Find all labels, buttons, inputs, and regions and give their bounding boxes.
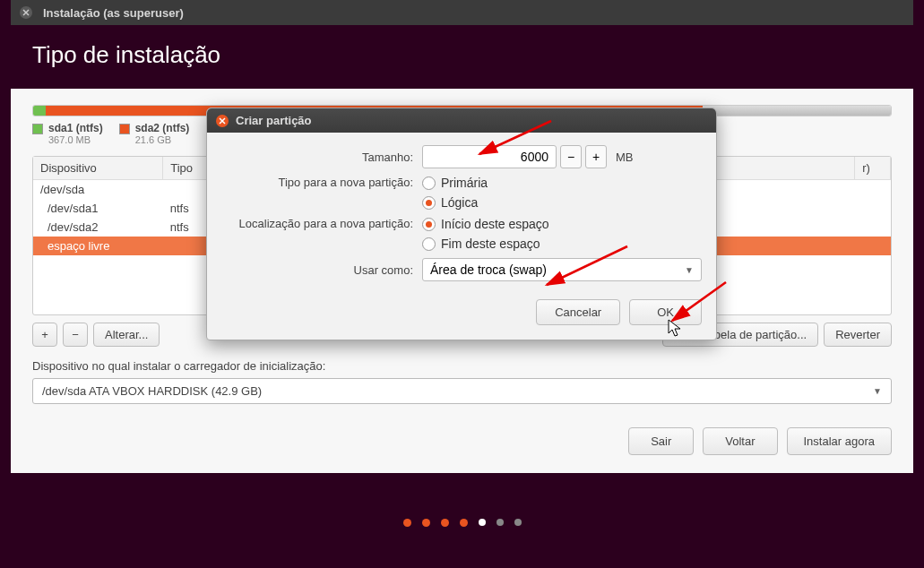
col-6[interactable]: r) xyxy=(855,157,891,180)
cancel-button[interactable]: Cancelar xyxy=(536,299,620,325)
ok-button[interactable]: OK xyxy=(629,299,702,325)
use-as-value: Área de troca (swap) xyxy=(430,262,547,277)
disk-seg-free xyxy=(703,106,891,116)
pager-dot xyxy=(497,519,504,526)
disk-seg-sda1 xyxy=(33,106,46,116)
size-decrement-button[interactable]: − xyxy=(560,145,582,168)
create-partition-dialog: Criar partição Tamanho: − + MB Tipo para… xyxy=(206,108,717,340)
wizard-buttons: Sair Voltar Instalar agora xyxy=(32,427,892,455)
window-title: Instalação (as superuser) xyxy=(43,6,184,20)
close-icon[interactable] xyxy=(20,6,32,19)
install-now-button[interactable]: Instalar agora xyxy=(787,427,893,455)
legend-item-sda1: sda1 (ntfs) 367.0 MB xyxy=(32,122,103,147)
radio-begin[interactable]: Início deste espaço xyxy=(422,217,549,231)
radio-logical[interactable]: Lógica xyxy=(422,195,488,210)
legend-item-sda2: sda2 (ntfs) 21.6 GB xyxy=(119,122,190,147)
chevron-down-icon: ▼ xyxy=(873,386,882,396)
dialog-titlebar[interactable]: Criar partição xyxy=(207,108,716,133)
pager-dot-current xyxy=(479,519,486,526)
bootloader-value: /dev/sda ATA VBOX HARDDISK (42.9 GB) xyxy=(42,384,262,398)
radio-icon xyxy=(422,176,436,190)
pager xyxy=(0,519,924,527)
legend-swatch xyxy=(119,124,130,134)
pager-dot xyxy=(441,519,449,527)
col-dispositivo[interactable]: Dispositivo xyxy=(33,157,163,180)
back-button[interactable]: Voltar xyxy=(703,427,777,455)
location-label: Localização para a nova partição: xyxy=(221,217,422,230)
use-as-select[interactable]: Área de troca (swap) ▼ xyxy=(422,258,702,281)
radio-icon xyxy=(422,218,436,231)
legend-size: 21.6 GB xyxy=(135,134,190,146)
legend-name: sda2 (ntfs) xyxy=(135,122,190,134)
pager-dot xyxy=(403,519,411,527)
quit-button[interactable]: Sair xyxy=(628,427,694,455)
legend-swatch xyxy=(32,124,43,134)
dialog-title: Criar partição xyxy=(236,114,312,127)
add-partition-button[interactable]: + xyxy=(32,323,57,347)
type-label: Tipo para a nova partição: xyxy=(221,176,422,189)
dialog-close-icon[interactable] xyxy=(216,115,229,127)
radio-icon xyxy=(422,196,436,210)
radio-icon xyxy=(422,237,436,251)
use-as-label: Usar como: xyxy=(221,263,422,277)
pager-dot xyxy=(460,519,468,527)
remove-partition-button[interactable]: − xyxy=(63,323,88,347)
titlebar[interactable]: Instalação (as superuser) xyxy=(11,0,913,25)
revert-button[interactable]: Reverter xyxy=(824,323,892,347)
size-label: Tamanho: xyxy=(221,151,422,164)
radio-primary[interactable]: Primária xyxy=(422,176,488,190)
bootloader-label: Dispositivo no qual instalar o carregado… xyxy=(32,359,892,373)
chevron-down-icon: ▼ xyxy=(685,265,694,275)
page-title: Tipo de instalação xyxy=(11,25,913,89)
change-partition-button[interactable]: Alterar... xyxy=(93,323,160,347)
radio-end[interactable]: Fim deste espaço xyxy=(422,237,549,251)
pager-dot xyxy=(422,519,430,527)
size-input[interactable] xyxy=(422,145,557,168)
size-increment-button[interactable]: + xyxy=(585,145,607,168)
legend-name: sda1 (ntfs) xyxy=(48,122,103,134)
bootloader-select[interactable]: /dev/sda ATA VBOX HARDDISK (42.9 GB) ▼ xyxy=(32,378,892,404)
pager-dot xyxy=(514,519,522,526)
size-unit: MB xyxy=(616,151,634,164)
legend-size: 367.0 MB xyxy=(48,134,103,146)
